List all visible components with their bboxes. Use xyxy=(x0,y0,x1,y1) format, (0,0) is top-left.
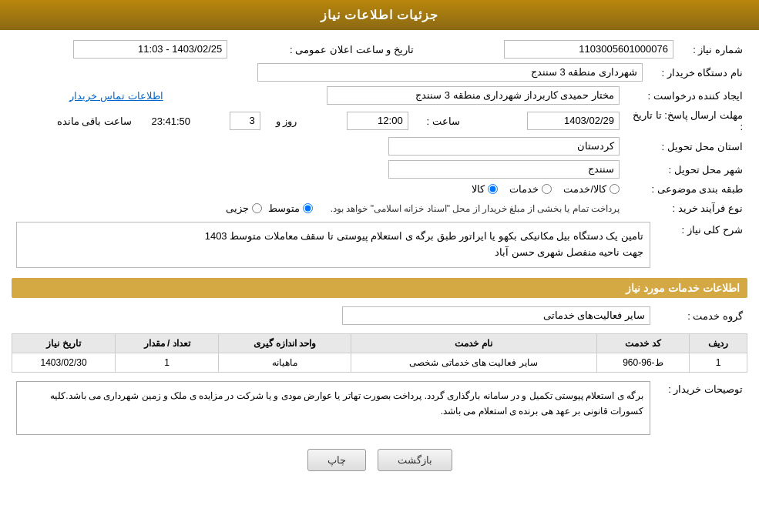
print-button[interactable]: چاپ xyxy=(307,449,366,471)
col-tedad: تعداد / مقدار xyxy=(116,334,219,353)
process-note: پرداخت تمام یا بخشی از مبلغ خریدار از مح… xyxy=(331,203,620,214)
page-title: جزئیات اطلاعات نیاز xyxy=(321,8,439,22)
ijad-label: ایجاد کننده درخواست : xyxy=(624,84,747,107)
cell-tarikh: 1403/02/30 xyxy=(12,353,116,373)
ostan-label: استان محل تحویل : xyxy=(624,135,747,158)
radio-jozvi-label: جزیی xyxy=(226,202,249,214)
rooz-value: 3 xyxy=(230,112,260,130)
shomara-niaz-value: 1103005601000076 xyxy=(504,40,673,59)
buyer-desc-label: توصیحات خریدار : xyxy=(655,379,747,437)
sharh-value: تامین یک دستگاه بیل مکانیکی بکهو یا ایرا… xyxy=(16,222,650,268)
page-wrapper: جزئیات اطلاعات نیاز شماره نیاز : 1103005… xyxy=(0,0,759,532)
radio-jozvi[interactable]: جزیی xyxy=(226,202,262,214)
row-nam-dastgah: نام دستگاه خریدار : شهرداری منطقه 3 سنند… xyxy=(12,61,747,84)
buyer-desc-value: برگه ی استعلام پیوستی تکمیل و در سامانه … xyxy=(16,381,650,435)
shomara-niaz-label: شماره نیاز : xyxy=(678,38,747,61)
buttons-row: بازگشت چاپ xyxy=(12,449,747,471)
countdown-value: 23:41:50 xyxy=(136,107,206,135)
tarikh-aelaan-value: 1403/02/25 - 11:03 xyxy=(73,40,227,59)
col-code: کد خدمت xyxy=(596,334,690,353)
cell-tedad: 1 xyxy=(116,353,219,373)
nam-dastgah-value: شهرداری منطقه 3 سنندج xyxy=(257,63,643,82)
col-tarikh: تاریخ نیاز xyxy=(12,334,116,353)
grooh-label: گروه خدمت : xyxy=(655,304,747,327)
cell-vahed: ماهیانه xyxy=(219,353,351,373)
tabaqe-radio-group: کالا/خدمت خدمات کالا xyxy=(16,183,620,195)
tabaqe-label: طبقه بندی موضوعی : xyxy=(624,181,747,197)
saat-value: 12:00 xyxy=(347,112,408,130)
col-radif: ردیف xyxy=(690,334,747,353)
ijad-value: مختار حمیدی کاربرداز شهرداری منطقه 3 سنن… xyxy=(327,86,620,105)
farayand-label: نوع فرآیند خرید : xyxy=(624,197,747,219)
row-shahr: شهر محل تحویل : سنندج xyxy=(12,158,747,181)
date-value: 1403/02/29 xyxy=(527,112,620,130)
col-vahed: واحد اندازه گیری xyxy=(219,334,351,353)
ostan-value: کردستان xyxy=(388,137,620,156)
row-mohlat: مهلت ارسال پاسخ: تا تاریخ : 1403/02/29 س… xyxy=(12,107,747,135)
row-sharh: شرح کلی نیاز : تامین یک دستگاه بیل مکانی… xyxy=(12,219,747,270)
ettelaat-link[interactable]: اطلاعات تماس خریدار xyxy=(69,90,163,102)
row-ostan: استان محل تحویل : کردستان xyxy=(12,135,747,158)
radio-khadamat-label: خدمات xyxy=(509,183,539,195)
saat-label: ساعت : xyxy=(413,107,474,135)
radio-kala-khadamat[interactable]: کالا/خدمت xyxy=(563,183,620,195)
cell-radif: 1 xyxy=(690,353,747,373)
radio-kala-khadamat-label: کالا/خدمت xyxy=(563,183,606,195)
radio-kala-label: کالا xyxy=(472,183,485,195)
row-tabaqe: طبقه بندی موضوعی : کالا/خدمت خدمات xyxy=(12,181,747,197)
radio-motevaset[interactable]: متوسط xyxy=(268,202,313,214)
cell-code: ط-96-960 xyxy=(596,353,690,373)
tarikh-aelaan-label: تاریخ و ساعت اعلان عمومی : xyxy=(232,38,437,61)
radio-khadamat[interactable]: خدمات xyxy=(509,183,552,195)
row-buyer-desc: توصیحات خریدار : برگه ی استعلام پیوستی ت… xyxy=(12,379,747,437)
cell-name: سایر فعالیت های خدماتی شخصی xyxy=(351,353,596,373)
row-grooh: گروه خدمت : سایر فعالیت‌های خدماتی xyxy=(12,304,747,327)
mohlat-label: مهلت ارسال پاسخ: تا تاریخ : xyxy=(624,107,747,135)
row-ijad: ایجاد کننده درخواست : مختار حمیدی کاربرد… xyxy=(12,84,747,107)
saat-baqi-label: ساعت باقی مانده xyxy=(12,107,136,135)
main-content: شماره نیاز : 1103005601000076 تاریخ و سا… xyxy=(0,30,759,490)
shahr-value: سنندج xyxy=(388,160,620,179)
table-row: 1ط-96-960سایر فعالیت های خدماتی شخصیماهی… xyxy=(12,353,747,373)
farayand-row: پرداخت تمام یا بخشی از مبلغ خریدار از مح… xyxy=(16,199,620,217)
radio-kala[interactable]: کالا xyxy=(472,183,498,195)
grooh-value: سایر فعالیت‌های خدماتی xyxy=(342,306,650,325)
radio-motevaset-label: متوسط xyxy=(268,202,300,214)
row-shomara: شماره نیاز : 1103005601000076 تاریخ و سا… xyxy=(12,38,747,61)
row-farayand: نوع فرآیند خرید : پرداخت تمام یا بخشی از… xyxy=(12,197,747,219)
page-header: جزئیات اطلاعات نیاز xyxy=(0,0,759,30)
services-section-title: اطلاعات خدمات مورد نیاز xyxy=(12,278,747,298)
services-table: ردیف کد خدمت نام خدمت واحد اندازه گیری ت… xyxy=(12,333,747,373)
rooz-label: روز و xyxy=(265,107,308,135)
back-button[interactable]: بازگشت xyxy=(378,449,452,471)
shahr-label: شهر محل تحویل : xyxy=(624,158,747,181)
nam-dastgah-label: نام دستگاه خریدار : xyxy=(647,61,747,84)
col-name: نام خدمت xyxy=(351,334,596,353)
sharh-label: شرح کلی نیاز : xyxy=(655,219,747,270)
